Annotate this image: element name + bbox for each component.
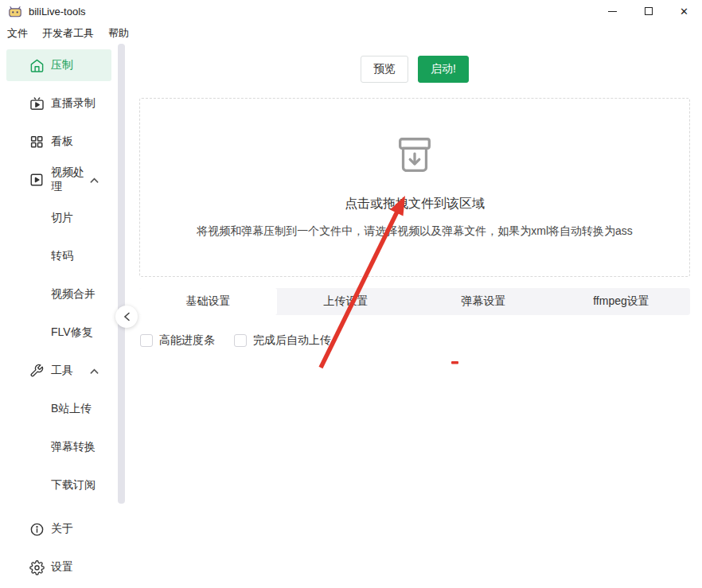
- sidebar-item-label: 直播录制: [51, 96, 96, 111]
- close-button[interactable]: ✕: [666, 0, 702, 22]
- tab-ffmpeg-settings[interactable]: ffmpeg设置: [552, 288, 690, 315]
- sidebar-item-video-processing[interactable]: 视频处理: [6, 164, 111, 196]
- sidebar-item-label: FLV修复: [51, 325, 93, 340]
- sidebar-item-label: 压制: [51, 58, 73, 72]
- sidebar-item-transcode[interactable]: 转码: [6, 240, 111, 272]
- video-icon: [29, 172, 45, 188]
- minimize-icon: [608, 11, 617, 12]
- dropzone-subtitle: 将视频和弹幕压制到一个文件中，请选择视频以及弹幕文件，如果为xml将自动转换为a…: [197, 224, 633, 239]
- gear-icon: [29, 559, 45, 575]
- app-window: biliLive-tools ✕ 文件 开发者工具 帮助 压制 直播录制: [0, 0, 702, 588]
- start-button[interactable]: 启动!: [418, 56, 469, 83]
- sidebar-item-label: 看板: [51, 134, 73, 149]
- maximize-icon: [645, 7, 653, 15]
- window-title: biliLive-tools: [29, 6, 86, 18]
- sidebar: 压制 直播录制 看板 视频处理 切片 转码: [0, 49, 118, 501]
- tv-icon: [29, 95, 45, 111]
- sidebar-collapse-button[interactable]: [115, 306, 138, 328]
- tab-basic-settings[interactable]: 基础设置: [139, 288, 277, 315]
- sidebar-item-slice[interactable]: 切片: [6, 202, 111, 234]
- chevron-up-icon: [90, 173, 99, 186]
- tab-danmaku-settings[interactable]: 弹幕设置: [415, 288, 552, 315]
- sidebar-item-label: 转码: [51, 249, 73, 263]
- sidebar-item-label: 工具: [51, 364, 73, 378]
- checkbox-label: 完成后自动上传: [253, 333, 331, 348]
- maximize-button[interactable]: [630, 0, 666, 22]
- menu-devtools[interactable]: 开发者工具: [35, 23, 101, 44]
- menu-file[interactable]: 文件: [0, 23, 35, 44]
- dashboard-icon: [29, 134, 45, 150]
- options-row: 高能进度条 完成后自动上传: [140, 333, 331, 348]
- sidebar-item-yazhi[interactable]: 压制: [6, 49, 111, 81]
- title-bar: biliLive-tools ✕: [0, 0, 702, 22]
- checkbox-high-energy-progress[interactable]: 高能进度条: [140, 333, 215, 348]
- action-buttons: 预览 启动!: [139, 56, 690, 83]
- preview-button[interactable]: 预览: [361, 56, 408, 83]
- tab-upload-settings[interactable]: 上传设置: [277, 288, 415, 315]
- sidebar-item-video-merge[interactable]: 视频合并: [6, 278, 111, 310]
- file-dropzone[interactable]: 点击或拖拽文件到该区域 将视频和弹幕压制到一个文件中，请选择视频以及弹幕文件，如…: [139, 98, 690, 277]
- chevron-up-icon: [90, 364, 99, 377]
- checkbox-icon[interactable]: [140, 334, 153, 347]
- checkbox-icon[interactable]: [234, 334, 247, 347]
- sidebar-item-live-record[interactable]: 直播录制: [6, 88, 111, 119]
- sidebar-item-label: 设置: [51, 560, 73, 574]
- sidebar-item-label: 弹幕转换: [51, 440, 96, 454]
- sidebar-item-about[interactable]: 关于: [6, 513, 111, 545]
- info-icon: [29, 521, 45, 537]
- sidebar-item-tools[interactable]: 工具: [6, 355, 111, 387]
- sidebar-item-flv-repair[interactable]: FLV修复: [6, 317, 111, 349]
- chevron-left-icon: [123, 312, 131, 321]
- inbox-download-icon: [393, 134, 436, 177]
- app-icon: [8, 6, 22, 18]
- sidebar-item-bilibili-upload[interactable]: B站上传: [6, 393, 111, 425]
- sidebar-footer: 关于 设置: [0, 513, 118, 583]
- checkbox-label: 高能进度条: [159, 333, 215, 348]
- sidebar-item-settings[interactable]: 设置: [6, 551, 111, 583]
- sidebar-item-label: 视频处理: [51, 165, 90, 194]
- menu-help[interactable]: 帮助: [101, 23, 136, 44]
- home-icon: [29, 57, 45, 73]
- dropzone-title: 点击或拖拽文件到该区域: [345, 196, 485, 212]
- sidebar-item-label: 视频合并: [51, 287, 96, 302]
- sidebar-scrollbar[interactable]: [118, 44, 125, 504]
- sidebar-item-label: 关于: [51, 522, 73, 536]
- sidebar-item-label: B站上传: [51, 402, 92, 416]
- sidebar-item-download-subscribe[interactable]: 下载订阅: [6, 469, 111, 501]
- sidebar-item-danmaku-convert[interactable]: 弹幕转换: [6, 431, 111, 463]
- close-icon: ✕: [680, 6, 688, 17]
- minimize-button[interactable]: [595, 0, 630, 22]
- wrench-icon: [29, 363, 45, 379]
- sidebar-item-label: 下载订阅: [51, 478, 96, 493]
- sidebar-item-label: 切片: [51, 211, 73, 225]
- checkbox-auto-upload[interactable]: 完成后自动上传: [234, 333, 331, 348]
- sidebar-item-kanban[interactable]: 看板: [6, 126, 111, 158]
- settings-tabs: 基础设置 上传设置 弹幕设置 ffmpeg设置: [139, 288, 690, 315]
- menu-bar: 文件 开发者工具 帮助: [0, 22, 702, 45]
